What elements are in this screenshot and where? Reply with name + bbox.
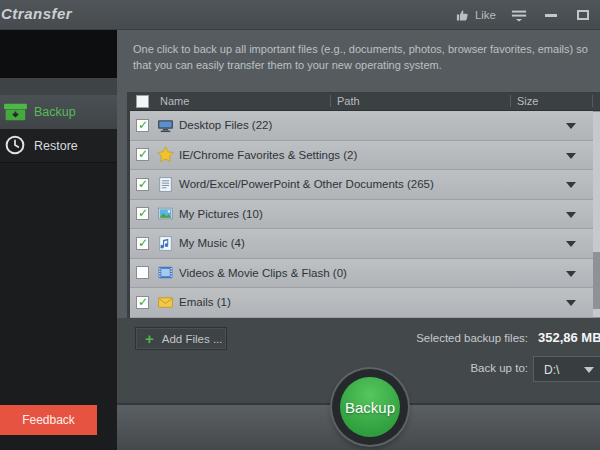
list-header: Name Path Size — [130, 92, 600, 111]
row-checkbox[interactable] — [136, 296, 149, 309]
sidebar: Backup Restore Feedback — [0, 30, 117, 450]
list-item-label: Desktop Files (22) — [179, 119, 272, 131]
column-header-size: Size — [517, 95, 538, 107]
backup-to-label: Back up to: — [470, 362, 528, 374]
backup-button[interactable]: Backup — [332, 369, 408, 445]
minimize-icon — [545, 14, 557, 17]
main-panel: One click to back up all important files… — [117, 30, 600, 450]
row-checkbox[interactable] — [136, 237, 149, 250]
chevron-down-icon — [584, 367, 594, 373]
scrollbar[interactable] — [593, 111, 600, 318]
backup-destination-value: D:\ — [544, 363, 559, 377]
list-item-label: Word/Excel/PowerPoint & Other Documents … — [179, 178, 434, 190]
row-checkbox[interactable] — [136, 119, 149, 132]
logo-area — [0, 30, 117, 78]
star-icon — [157, 146, 174, 163]
restore-clock-icon — [4, 134, 28, 158]
row-checkbox[interactable] — [136, 207, 149, 220]
feedback-button[interactable]: Feedback — [0, 405, 97, 435]
list-item[interactable]: My Pictures (10) — [130, 200, 600, 230]
thumbs-up-icon — [455, 8, 470, 23]
scrollbar-down-button[interactable] — [593, 309, 600, 317]
column-header-path: Path — [337, 95, 360, 107]
app-window: Ctransfer Like Backup Restore — [0, 0, 600, 450]
file-list: Desktop Files (22) IE/Chrome Favorites &… — [130, 111, 600, 318]
backup-list-panel: Name Path Size Desktop Files (22) IE/Chr… — [127, 92, 600, 318]
sidebar-item-label: Restore — [34, 139, 78, 153]
minimize-button[interactable] — [542, 6, 560, 24]
column-header-name: Name — [160, 95, 189, 107]
list-item[interactable]: My Music (4) — [130, 229, 600, 259]
list-item-label: Videos & Movie Clips & Flash (0) — [179, 267, 347, 279]
hamburger-menu-icon — [511, 9, 527, 22]
sidebar-item-restore[interactable]: Restore — [0, 129, 117, 163]
picture-icon — [157, 205, 174, 222]
backup-destination-select[interactable]: D:\ — [533, 356, 600, 382]
maximize-button[interactable] — [574, 6, 592, 24]
list-item-label: My Music (4) — [179, 237, 245, 249]
list-item[interactable]: Videos & Movie Clips & Flash (0) — [130, 259, 600, 289]
list-item-label: IE/Chrome Favorites & Settings (2) — [179, 149, 357, 161]
chevron-down-icon[interactable] — [566, 300, 576, 306]
music-icon — [157, 235, 174, 252]
selected-files-size: 352,86 MB — [538, 330, 600, 345]
chevron-down-icon[interactable] — [566, 241, 576, 247]
document-icon — [157, 176, 174, 193]
backup-button-label: Backup — [345, 399, 395, 416]
like-label: Like — [475, 9, 496, 21]
menu-button[interactable] — [510, 6, 528, 24]
row-checkbox[interactable] — [136, 148, 149, 161]
chevron-down-icon[interactable] — [566, 182, 576, 188]
chevron-down-icon[interactable] — [566, 212, 576, 218]
list-item[interactable]: Word/Excel/PowerPoint & Other Documents … — [130, 170, 600, 200]
sidebar-item-backup[interactable]: Backup — [0, 95, 117, 129]
select-all-checkbox[interactable] — [136, 95, 149, 108]
list-item-label: My Pictures (10) — [179, 208, 263, 220]
like-button[interactable]: Like — [455, 8, 496, 23]
video-icon — [157, 264, 174, 281]
list-item[interactable]: IE/Chrome Favorites & Settings (2) — [130, 141, 600, 171]
list-item[interactable]: Desktop Files (22) — [130, 111, 600, 141]
list-item[interactable]: Emails (1) — [130, 288, 600, 318]
description-text: One click to back up all important files… — [133, 42, 589, 74]
row-checkbox[interactable] — [136, 178, 149, 191]
email-icon — [157, 294, 174, 311]
chevron-down-icon[interactable] — [566, 271, 576, 277]
titlebar: Ctransfer Like — [0, 0, 600, 30]
feedback-label: Feedback — [22, 413, 75, 427]
selected-files-label: Selected backup files: — [416, 332, 528, 344]
list-item-label: Emails (1) — [179, 296, 231, 308]
chevron-down-icon[interactable] — [566, 123, 576, 129]
scrollbar-thumb[interactable] — [593, 112, 600, 252]
backup-archive-icon — [4, 100, 28, 124]
app-title: Ctransfer — [1, 5, 72, 22]
chevron-down-icon[interactable] — [566, 153, 576, 159]
sidebar-item-label: Backup — [34, 105, 76, 119]
maximize-icon — [577, 10, 589, 20]
row-checkbox[interactable] — [136, 266, 149, 279]
desktop-icon — [157, 117, 174, 134]
